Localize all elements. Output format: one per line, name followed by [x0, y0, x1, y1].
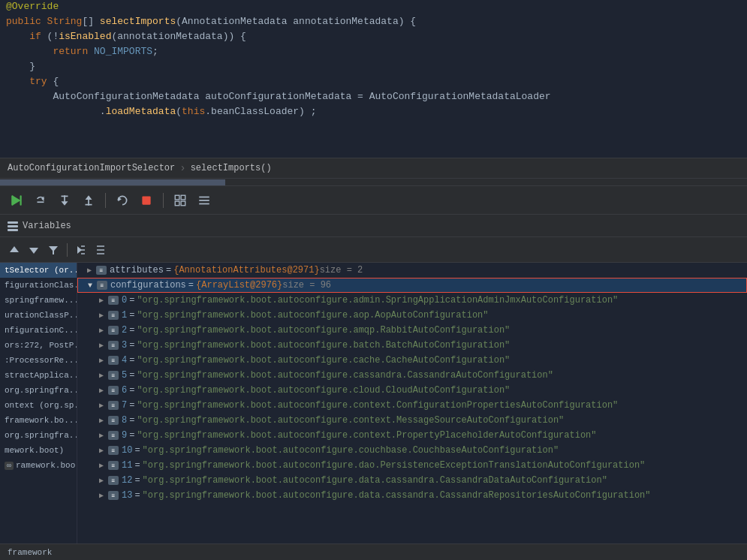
left-item-12[interactable]: mework.boot)	[0, 443, 77, 458]
kw-string: String	[47, 16, 83, 27]
code-indent2: .	[6, 106, 106, 117]
code-paren: (	[176, 16, 182, 27]
left-item-5[interactable]: ors:272, PostP...	[0, 338, 77, 353]
left-item-3[interactable]: urationClassP...	[0, 308, 77, 323]
expand-9[interactable]: ▶	[95, 429, 107, 441]
value-11: "org.springframework.boot.autoconfigure.…	[143, 460, 646, 471]
code-text-2: (!	[47, 31, 59, 42]
method-isenabled: isEnabled	[59, 31, 111, 42]
vars-content: tSelector (or... figurationClas... sprin…	[0, 263, 747, 543]
more-button[interactable]	[194, 191, 215, 209]
expand-1[interactable]: ▶	[95, 309, 107, 321]
svg-rect-16	[181, 201, 185, 206]
type-autoconf: AutoConfigurationMetadata	[53, 91, 205, 102]
expand-13[interactable]: ▶	[95, 489, 107, 501]
code-line-2: public String[] selectImports(Annotation…	[0, 15, 747, 30]
index-12: 12	[122, 475, 132, 486]
svg-marker-24	[29, 248, 38, 254]
left-item-13[interactable]: ∞ ramework.boo...	[0, 458, 77, 473]
var-value-attributes: {AnnotationAttributes@2971}	[173, 265, 319, 275]
var-value-configurations: {ArrayList@2976}	[196, 280, 282, 291]
step-into-button[interactable]	[54, 191, 75, 209]
debug-toolbar	[0, 186, 747, 215]
expand-7[interactable]: ▶	[95, 399, 107, 411]
expand-8[interactable]: ▶	[95, 414, 107, 426]
vars-expand-button[interactable]	[73, 243, 89, 257]
var-config-8[interactable]: ▶ ≡ 8 = "org.springframework.boot.autoco…	[77, 413, 747, 428]
code-paren3: (	[176, 106, 182, 117]
frames-button[interactable]	[170, 191, 191, 209]
var-config-2[interactable]: ▶ ≡ 2 = "org.springframework.boot.autoco…	[77, 323, 747, 338]
rerun-button[interactable]	[112, 191, 133, 209]
expand-configurations[interactable]: ▼	[84, 279, 96, 291]
expand-3[interactable]: ▶	[95, 339, 107, 351]
step-over-button[interactable]	[30, 191, 51, 209]
left-item-11[interactable]: org.springfra...	[0, 428, 77, 443]
var-name-configurations: configurations	[110, 280, 186, 291]
var-config-6[interactable]: ▶ ≡ 6 = "org.springframework.boot.autoco…	[77, 383, 747, 398]
index-9: 9	[122, 430, 127, 441]
var-name-attributes: attributes	[110, 265, 164, 275]
index-6: 6	[122, 385, 127, 396]
expand-0[interactable]: ▶	[95, 294, 107, 306]
no-imports-value: NO_IMPORTS	[94, 46, 152, 57]
scrollbar-thumb[interactable]	[0, 179, 225, 185]
value-9: "org.springframework.boot.autoconfigure.…	[137, 430, 596, 441]
vars-filter-button[interactable]	[45, 243, 62, 257]
var-config-11[interactable]: ▶ ≡ 11 = "org.springframework.boot.autoc…	[77, 458, 747, 473]
code-line-8: .loadMetadata(this.beanClassLoader) ;	[0, 105, 747, 120]
step-out-button[interactable]	[78, 191, 99, 209]
var-config-1[interactable]: ▶ ≡ 1 = "org.springframework.boot.autoco…	[77, 308, 747, 323]
expand-2[interactable]: ▶	[95, 324, 107, 336]
left-item-4[interactable]: nfigurationC...	[0, 323, 77, 338]
left-item-8[interactable]: org.springfra...	[0, 383, 77, 398]
vars-up-button[interactable]	[6, 243, 23, 257]
left-item-6[interactable]: :ProcessorRe...	[0, 353, 77, 368]
left-item-9[interactable]: ontext (org.sp...	[0, 398, 77, 413]
vars-down-button[interactable]	[26, 243, 42, 257]
resume-button[interactable]	[6, 191, 27, 209]
var-config-5[interactable]: ▶ ≡ 5 = "org.springframework.boot.autoco…	[77, 368, 747, 383]
svg-rect-14	[181, 195, 185, 200]
var-config-13[interactable]: ▶ ≡ 13 = "org.springframework.boot.autoc…	[77, 488, 747, 503]
variables-icon	[8, 221, 18, 231]
var-config-3[interactable]: ▶ ≡ 3 = "org.springframework.boot.autoco…	[77, 338, 747, 353]
expand-10[interactable]: ▶	[95, 444, 107, 456]
vars-toolbar	[0, 237, 747, 263]
svg-rect-21	[8, 225, 18, 227]
var-config-0[interactable]: ▶ ≡ 0 = "org.springframework.boot.autoco…	[77, 293, 747, 308]
type-icon-attributes: ≡	[95, 265, 107, 275]
expand-4[interactable]: ▶	[95, 354, 107, 366]
toolbar-sep-1	[105, 193, 106, 208]
index-1: 1	[122, 310, 127, 321]
expand-5[interactable]: ▶	[95, 369, 107, 381]
expand-attributes[interactable]: ▶	[83, 264, 95, 276]
var-config-10[interactable]: ▶ ≡ 10 = "org.springframework.boot.autoc…	[77, 443, 747, 458]
index-0: 0	[122, 295, 127, 306]
expand-12[interactable]: ▶	[95, 474, 107, 486]
expand-6[interactable]: ▶	[95, 384, 107, 396]
code-line-7: AutoConfigurationMetadata autoConfigurat…	[0, 90, 747, 105]
left-item-1[interactable]: figurationClas...	[0, 278, 77, 293]
svg-rect-15	[175, 201, 179, 206]
left-item-7[interactable]: stractApplica...	[0, 368, 77, 383]
var-config-9[interactable]: ▶ ≡ 9 = "org.springframework.boot.autoco…	[77, 428, 747, 443]
var-configurations-row[interactable]: ▼ ≡ configurations = {ArrayList@2976} si…	[77, 278, 747, 293]
svg-marker-25	[49, 246, 58, 254]
vars-collapse-button[interactable]	[92, 243, 109, 257]
var-config-4[interactable]: ▶ ≡ 4 = "org.springframework.boot.autoco…	[77, 353, 747, 368]
var-config-7[interactable]: ▶ ≡ 7 = "org.springframework.boot.autoco…	[77, 398, 747, 413]
code-area: @Override public String[] selectImports(…	[0, 0, 747, 158]
var-attributes-row[interactable]: ▶ ≡ attributes = {AnnotationAttributes@2…	[77, 263, 747, 278]
left-item-10[interactable]: framework.bo...	[0, 413, 77, 428]
stop-button[interactable]	[136, 191, 157, 209]
svg-rect-12	[142, 196, 150, 204]
var-config-12[interactable]: ▶ ≡ 12 = "org.springframework.boot.autoc…	[77, 473, 747, 488]
expand-11[interactable]: ▶	[95, 459, 107, 471]
right-panel[interactable]: ▶ ≡ attributes = {AnnotationAttributes@2…	[77, 263, 747, 543]
svg-rect-20	[8, 221, 18, 224]
left-item-0[interactable]: tSelector (or...	[0, 263, 77, 278]
left-item-2[interactable]: springframew...	[0, 293, 77, 308]
vars-separator	[67, 243, 68, 257]
value-3: "org.springframework.boot.autoconfigure.…	[137, 340, 510, 351]
